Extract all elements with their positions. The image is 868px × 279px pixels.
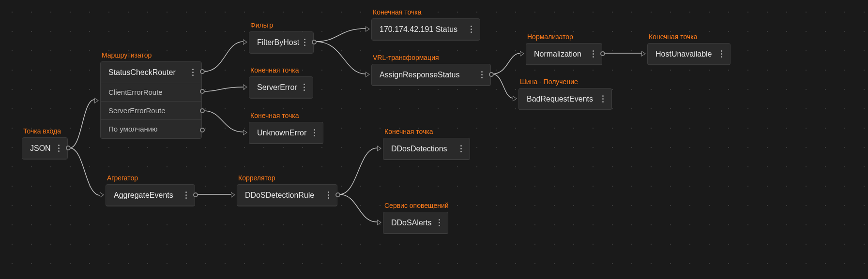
node-type-label: Нормализатор <box>527 33 573 41</box>
port-out[interactable] <box>66 146 71 150</box>
node-host-unavailable[interactable]: Конечная точка HostUnavailable <box>647 43 731 65</box>
node-title: JSON <box>30 144 51 153</box>
node-ddos-alerts[interactable]: Сервис оповещений DDoSAlerts <box>383 212 448 234</box>
node-title: UnknownError <box>257 129 306 137</box>
kebab-icon[interactable] <box>479 69 485 80</box>
kebab-icon[interactable] <box>591 48 596 59</box>
kebab-icon[interactable] <box>600 93 606 104</box>
node-type-label: Конечная точка <box>384 128 433 135</box>
kebab-icon[interactable] <box>326 190 331 201</box>
port-in[interactable] <box>513 96 517 102</box>
node-title: DDoSDetectionRule <box>245 191 314 200</box>
port-in[interactable] <box>377 146 381 151</box>
node-unknown-error[interactable]: Конечная точка UnknownError <box>249 122 323 144</box>
node-type-label: Конечная точка <box>649 33 698 41</box>
node-type-label: VRL-трансформация <box>373 54 439 61</box>
node-server-error[interactable]: Конечная точка ServerError <box>249 76 313 99</box>
node-title: DDoSAlerts <box>391 219 432 227</box>
port-in[interactable] <box>377 220 381 225</box>
port-in[interactable] <box>641 51 646 57</box>
node-type-label: Маршрутизатор <box>102 51 152 59</box>
node-title: Normalization <box>534 50 581 59</box>
node-json[interactable]: Точка входа JSON <box>22 137 68 160</box>
route-label: ClientErrorRoute <box>108 88 163 96</box>
kebab-icon[interactable] <box>312 127 317 138</box>
node-ddos-rule[interactable]: Коррелятор DDoSDetectionRule <box>237 184 337 206</box>
node-ddos-detections[interactable]: Конечная точка DDosDetections <box>383 138 470 160</box>
port-in[interactable] <box>243 39 247 45</box>
port-out[interactable] <box>600 51 605 56</box>
node-type-label: Конечная точка <box>250 112 299 119</box>
port-out[interactable] <box>312 40 317 44</box>
port-in[interactable] <box>365 26 370 32</box>
port-out[interactable] <box>335 192 340 197</box>
port-out[interactable] <box>200 128 205 132</box>
node-type-label: Шина - Получение <box>520 78 578 86</box>
node-title: ServerError <box>257 83 297 92</box>
port-out[interactable] <box>200 89 205 94</box>
node-ip-status[interactable]: Конечная точка 170.174.42.191 Status <box>371 18 480 41</box>
node-type-label: Фильтр <box>250 21 273 29</box>
node-filter[interactable]: Фильтр FilterByHost <box>249 31 314 54</box>
port-out[interactable] <box>200 69 205 74</box>
route-label: По умолчанию <box>108 125 157 133</box>
node-type-label: Коррелятор <box>238 174 275 182</box>
port-in[interactable] <box>243 130 247 135</box>
port-in[interactable] <box>365 72 370 77</box>
node-type-label: Конечная точка <box>250 66 299 74</box>
node-title: HostUnavailable <box>655 50 712 59</box>
port-out[interactable] <box>489 72 494 77</box>
port-in[interactable] <box>243 84 247 90</box>
node-bad-request[interactable]: Шина - Получение BadRequestEvents <box>518 88 612 110</box>
port-in[interactable] <box>231 192 235 198</box>
node-type-label: Агрегатор <box>107 174 138 182</box>
node-assign[interactable]: VRL-трансформация AssignResponseStatus <box>371 64 491 86</box>
node-type-label: Сервис оповещений <box>384 202 449 209</box>
port-out[interactable] <box>193 192 198 197</box>
node-type-label: Точка входа <box>23 127 61 135</box>
node-router[interactable]: Маршрутизатор StatusCheckRouter ClientEr… <box>100 61 202 139</box>
kebab-icon[interactable] <box>458 143 464 154</box>
node-title: AssignResponseStatus <box>380 71 459 79</box>
kebab-icon[interactable] <box>302 37 307 48</box>
kebab-icon[interactable] <box>719 48 724 59</box>
route-label: ServerErrorRoute <box>108 106 166 115</box>
node-title: AggregateEvents <box>114 191 173 200</box>
node-title: DDosDetections <box>391 145 447 153</box>
port-out[interactable] <box>200 108 205 113</box>
node-type-label: Конечная точка <box>373 8 422 16</box>
node-title: 170.174.42.191 Status <box>380 25 457 34</box>
kebab-icon[interactable] <box>56 143 61 154</box>
port-in[interactable] <box>94 98 99 103</box>
kebab-icon[interactable] <box>302 82 307 93</box>
port-in[interactable] <box>520 51 524 57</box>
kebab-icon[interactable] <box>437 217 442 228</box>
kebab-icon[interactable] <box>190 67 196 78</box>
node-title: FilterByHost <box>257 38 299 47</box>
node-normalize[interactable]: Нормализатор Normalization <box>526 43 602 65</box>
node-title: StatusCheckRouter <box>108 68 176 77</box>
node-aggregate[interactable]: Агрегатор AggregateEvents <box>106 184 195 206</box>
node-title: BadRequestEvents <box>527 95 593 103</box>
port-in[interactable] <box>100 192 104 198</box>
kebab-icon[interactable] <box>469 24 474 35</box>
kebab-icon[interactable] <box>183 190 189 201</box>
